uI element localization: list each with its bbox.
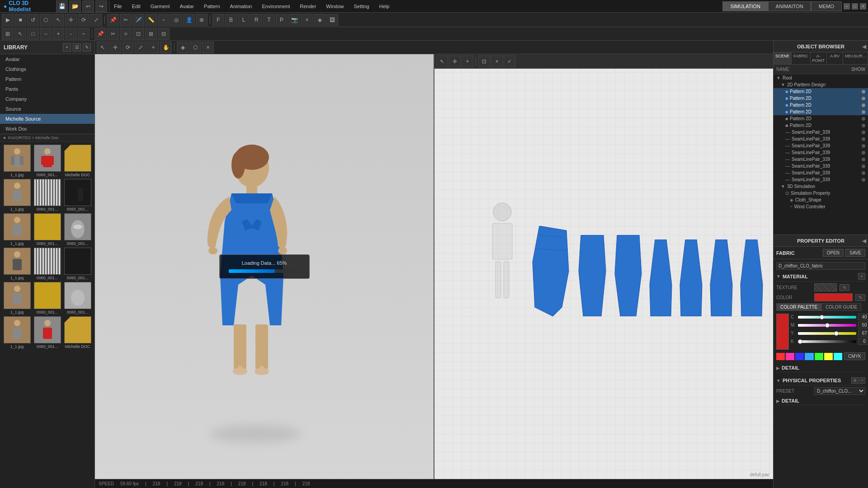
tab-scene[interactable]: SCENE [774, 52, 792, 64]
undo-button[interactable]: ↩ [82, 0, 94, 12]
tb-measure[interactable]: 📏 [145, 14, 157, 26]
list-item[interactable]: 0060_001... [33, 145, 61, 177]
tb-camera[interactable]: 📷 [288, 14, 300, 26]
tree-item-seam-3[interactable]: — SeamLinePair_339 [774, 142, 868, 149]
list-item[interactable]: 0060_001... [33, 179, 61, 211]
tab-apoint[interactable]: A-POINT [811, 52, 827, 64]
tb-left[interactable]: L [238, 14, 250, 26]
cmyk-k-slider[interactable] [798, 340, 856, 343]
viewport-3d[interactable]: Loading Data... 65% [95, 54, 434, 479]
list-item[interactable]: 0060_001... [63, 179, 92, 211]
tb-move[interactable]: ✛ [65, 14, 77, 26]
tab-color-guide[interactable]: COLOR GUIDE [821, 303, 861, 311]
tb2-unfold[interactable]: ⊞ [145, 28, 157, 40]
cmyk-c-slider[interactable] [798, 316, 856, 319]
tab-simulation[interactable]: SIMULATION [722, 1, 768, 11]
tab-animation[interactable]: ANIMAITON [768, 1, 811, 11]
physical-detail-header[interactable]: ▶ DETAIL [776, 397, 865, 405]
prop-editor-collapse[interactable]: ◀ [862, 238, 866, 244]
tb-x[interactable]: × [301, 14, 313, 26]
list-item[interactable]: 0060_001... [63, 213, 92, 246]
v2d-select[interactable]: ↖ [436, 56, 448, 67]
color-edit-btn[interactable]: ✎ [855, 294, 865, 301]
lib-nav-michelle[interactable]: Michelle Source [0, 114, 94, 124]
tree-item-pattern2d-2[interactable]: ■ Pattern 2D [774, 95, 868, 102]
texture-edit-btn[interactable]: ✎ [840, 284, 849, 291]
list-item[interactable]: 1_1.jpg [3, 213, 31, 246]
redo-button[interactable]: ↪ [95, 0, 107, 12]
tb2-select2[interactable]: ↖ [14, 28, 26, 40]
menu-window[interactable]: Window [321, 2, 348, 10]
vp-tb-move[interactable]: ✛ [109, 42, 121, 53]
tree-item-pattern2d-3[interactable]: ■ Pattern 2D [774, 102, 868, 108]
tb-reset[interactable]: ↺ [27, 14, 39, 26]
cmyk-m-slider[interactable] [798, 324, 856, 327]
physical-header[interactable]: ▼ PHYSICAL PROPERTIES ⚙ + [776, 376, 865, 385]
tb-sew[interactable]: 🪡 [132, 14, 144, 26]
tree-item-wind-ctrl[interactable]: ~ Wind Controller [774, 203, 868, 210]
open-button[interactable]: 📂 [69, 0, 81, 12]
menu-garment[interactable]: Garment [146, 2, 175, 10]
tree-item-2d-design[interactable]: ▼ 2D Parttern Design [774, 81, 868, 88]
tree-item-seam-8[interactable]: — SeamLinePair_339 [774, 176, 868, 183]
physical-add-btn[interactable]: + [859, 377, 865, 384]
v2d-move[interactable]: ✛ [449, 56, 461, 67]
list-item[interactable]: 0060_001... [33, 282, 61, 314]
tab-abv[interactable]: A-BV [827, 52, 843, 64]
tree-item-seam-4[interactable]: — SeamLinePair_339 [774, 149, 868, 156]
swatch-6[interactable] [824, 353, 833, 360]
menu-avatar[interactable]: Avatar [175, 2, 199, 10]
list-item[interactable]: 1_1.jpg [3, 145, 31, 177]
list-item[interactable]: Michelle DOC [63, 145, 92, 177]
list-item[interactable]: 0060_001... [33, 316, 61, 349]
tb2-seam[interactable]: ⌗ [120, 28, 132, 40]
texture-preview[interactable] [814, 283, 837, 291]
tb-simulate[interactable]: ▶ [2, 14, 14, 26]
tb2-bezier[interactable]: ~ [78, 28, 90, 40]
tree-item-seam-2[interactable]: — SeamLinePair_339 [774, 136, 868, 142]
tb2-grid[interactable]: ⊞ [2, 28, 14, 40]
tab-fabric[interactable]: FABRIC [792, 52, 811, 64]
obj-show-label[interactable]: SHOW [851, 67, 865, 72]
tree-item-seam-1[interactable]: — SeamLinePair_339 [774, 129, 868, 136]
tb-snap[interactable]: ◎ [170, 14, 182, 26]
detail-header[interactable]: ▶ DETAIL [776, 364, 865, 372]
tab-color-palette[interactable]: COLOR PALETTE [776, 303, 821, 311]
prop-save-button[interactable]: SAVE [845, 249, 865, 257]
tb-wind[interactable]: ~ [158, 14, 170, 26]
lib-nav-clothings[interactable]: Clothings [0, 64, 94, 74]
tb-stop[interactable]: ■ [14, 14, 26, 26]
tb2-fold[interactable]: ⊟ [158, 28, 170, 40]
tb-right[interactable]: R [250, 14, 262, 26]
swatch-3[interactable] [795, 353, 804, 360]
tb2-rect[interactable]: □ [27, 28, 39, 40]
swatch-5[interactable] [815, 353, 823, 360]
swatch-7[interactable] [834, 353, 842, 360]
tb-back[interactable]: B [225, 14, 237, 26]
v2d-x[interactable]: × [491, 56, 503, 67]
viewport-2d[interactable]: ↖ ✛ + ⊡ × ✓ [434, 54, 773, 479]
tree-item-seam-7[interactable]: — SeamLinePair_339 [774, 169, 868, 176]
material-header[interactable]: ▼ MATERIAL + [776, 272, 865, 282]
tree-item-seam-5[interactable]: — SeamLinePair_339 [774, 156, 868, 163]
list-item[interactable]: 0060_001... [33, 213, 61, 246]
tb-view3d[interactable]: ⬡ [40, 14, 52, 26]
vp-tb-x2[interactable]: × [202, 42, 214, 53]
lib-menu-icon[interactable]: ☰ [73, 43, 81, 52]
cmyk-mode-button[interactable]: CMYK [844, 352, 865, 360]
menu-pattern[interactable]: Pattern [199, 2, 224, 10]
vp-tb-pan[interactable]: ✋ [160, 42, 172, 53]
maximize-button[interactable]: □ [852, 3, 858, 9]
v2d-check[interactable]: ✓ [504, 56, 515, 67]
list-item[interactable]: Michelle DOC [63, 316, 92, 349]
tb-front[interactable]: F [212, 14, 224, 26]
tb-render[interactable]: ◈ [314, 14, 326, 26]
tree-item-cloth-shape[interactable]: ◈ Cloth_Shape [774, 197, 868, 203]
minimize-button[interactable]: − [844, 3, 850, 9]
tree-item-pattern2d-5[interactable]: ■ Pattern 2D [774, 115, 868, 122]
menu-file[interactable]: File [109, 2, 127, 10]
tb2-remove[interactable]: - [65, 28, 77, 40]
cmyk-y-slider[interactable] [798, 332, 856, 335]
tb-select[interactable]: ↖ [52, 14, 64, 26]
tree-item-sim-property[interactable]: ⊡ Simulation Property [774, 190, 868, 197]
